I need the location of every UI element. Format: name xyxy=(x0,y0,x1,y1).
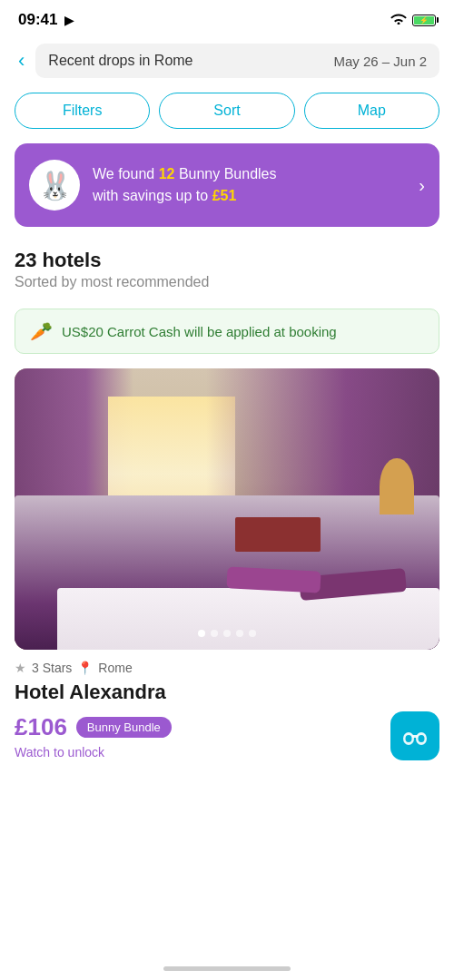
bunny-bundle-banner[interactable]: 🐰 We found 12 Bunny Bundleswith savings … xyxy=(15,143,439,227)
hotel-price-info: £106 Bunny Bundle Watch to unlock xyxy=(15,713,172,760)
search-dates: May 26 – Jun 2 xyxy=(333,54,427,69)
status-time: 09:41 ▶ xyxy=(18,11,74,29)
dot-2 xyxy=(211,630,218,637)
battery-icon: ⚡ xyxy=(412,15,436,26)
hotel-card[interactable]: ★ 3 Stars 📍 Rome Hotel Alexandra £106 Bu… xyxy=(15,368,439,760)
sort-button[interactable]: Sort xyxy=(159,93,294,129)
hotel-image xyxy=(15,368,439,650)
status-bar: 09:41 ▶ ⚡ xyxy=(0,0,454,36)
back-button[interactable]: ‹ xyxy=(15,45,28,76)
svg-rect-2 xyxy=(412,735,418,738)
room-lamp xyxy=(380,458,413,514)
filters-button[interactable]: Filters xyxy=(15,93,150,129)
bundle-count: 12 xyxy=(159,166,175,181)
results-info: 23 hotels Sorted by most recommended xyxy=(0,245,454,296)
dot-3 xyxy=(223,630,231,637)
hotel-price-row: £106 Bunny Bundle Watch to unlock xyxy=(15,711,439,760)
dot-4 xyxy=(236,630,243,637)
binoculars-button[interactable] xyxy=(390,711,439,760)
time-text: 09:41 xyxy=(18,11,57,28)
bundle-text-before: We found xyxy=(93,166,159,181)
search-field[interactable]: Recent drops in Rome May 26 – Jun 2 xyxy=(35,44,439,78)
hotel-name: Hotel Alexandra xyxy=(15,681,439,704)
home-indicator xyxy=(163,966,291,971)
bundle-savings: £51 xyxy=(212,188,237,203)
image-dots xyxy=(198,630,256,637)
hotel-location: Rome xyxy=(98,661,132,675)
carrot-cash-text: US$20 Carrot Cash will be applied at boo… xyxy=(62,324,337,339)
bundle-badge: Bunny Bundle xyxy=(76,717,172,738)
wifi-icon xyxy=(390,12,407,28)
bunny-emoji: 🐰 xyxy=(29,160,80,211)
search-title: Recent drops in Rome xyxy=(48,53,192,69)
hotel-image-inner xyxy=(15,368,439,650)
location-pin-icon: 📍 xyxy=(77,661,93,675)
star-icon: ★ xyxy=(15,661,26,675)
bundle-text: We found 12 Bunny Bundleswith savings up… xyxy=(93,163,406,207)
room-bed-sheet xyxy=(57,588,439,650)
hotel-info: ★ 3 Stars 📍 Rome Hotel Alexandra £106 Bu… xyxy=(15,650,439,760)
dot-5 xyxy=(249,630,256,637)
bundle-arrow-icon: › xyxy=(419,175,425,196)
hotel-meta: ★ 3 Stars 📍 Rome xyxy=(15,661,439,675)
map-button[interactable]: Map xyxy=(304,93,439,129)
location-arrow-icon: ▶ xyxy=(64,14,74,27)
carrot-cash-banner: 🥕 US$20 Carrot Cash will be applied at b… xyxy=(15,309,439,354)
results-count: 23 hotels xyxy=(15,249,439,272)
watch-unlock-text: Watch to unlock xyxy=(15,745,172,760)
status-icons: ⚡ xyxy=(390,12,436,28)
dot-1 xyxy=(198,630,205,637)
hotel-price-left: £106 Bunny Bundle xyxy=(15,713,172,741)
search-bar: ‹ Recent drops in Rome May 26 – Jun 2 xyxy=(0,36,454,89)
svg-point-4 xyxy=(419,735,425,742)
carrot-icon: 🥕 xyxy=(30,320,53,342)
room-bed xyxy=(15,495,439,651)
results-sort: Sorted by most recommended xyxy=(15,274,439,290)
svg-point-3 xyxy=(406,735,412,742)
filter-row: Filters Sort Map xyxy=(0,89,454,143)
hotel-price: £106 xyxy=(15,713,67,741)
room-desk xyxy=(235,517,321,551)
hotel-stars: 3 Stars xyxy=(32,661,72,675)
